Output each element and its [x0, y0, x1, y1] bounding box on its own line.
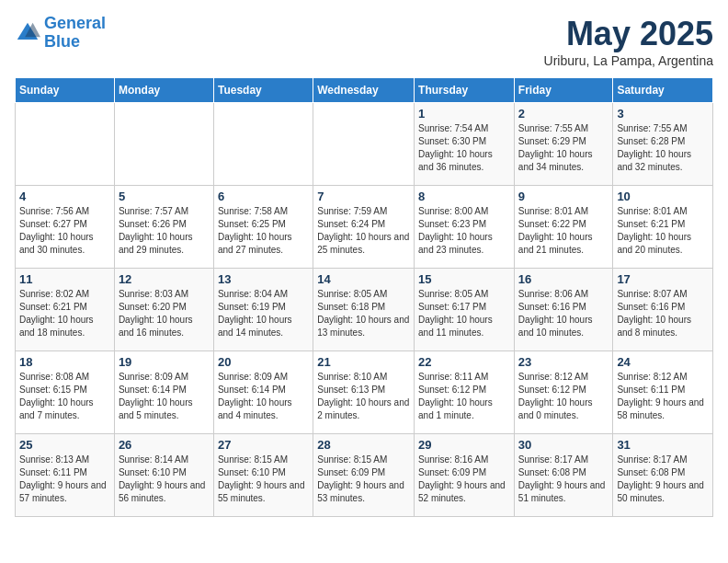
day-info: Sunrise: 8:10 AM Sunset: 6:13 PM Dayligh…	[317, 371, 410, 422]
location-subtitle: Uriburu, La Pampa, Argentina	[544, 53, 713, 68]
day-number: 12	[119, 272, 210, 286]
day-number: 4	[19, 190, 110, 203]
day-number: 17	[617, 272, 709, 286]
day-info: Sunrise: 8:07 AM Sunset: 6:16 PM Dayligh…	[617, 288, 709, 339]
logo-line1: General	[44, 14, 106, 32]
weekday-header-wednesday: Wednesday	[313, 78, 415, 103]
day-info: Sunrise: 8:13 AM Sunset: 6:11 PM Dayligh…	[19, 454, 110, 505]
day-cell: 3Sunrise: 7:55 AM Sunset: 6:28 PM Daylig…	[613, 103, 713, 186]
day-cell	[114, 103, 213, 186]
day-number: 25	[19, 438, 110, 452]
day-cell: 16Sunrise: 8:06 AM Sunset: 6:16 PM Dayli…	[514, 269, 613, 351]
weekday-header-thursday: Thursday	[415, 78, 515, 103]
day-info: Sunrise: 8:15 AM Sunset: 6:09 PM Dayligh…	[317, 454, 410, 505]
day-cell: 24Sunrise: 8:12 AM Sunset: 6:11 PM Dayli…	[613, 351, 713, 434]
day-cell: 8Sunrise: 8:00 AM Sunset: 6:23 PM Daylig…	[415, 186, 515, 269]
month-title: May 2025	[544, 15, 713, 53]
day-cell: 28Sunrise: 8:15 AM Sunset: 6:09 PM Dayli…	[313, 434, 415, 517]
day-number: 2	[518, 107, 609, 121]
logo: General Blue	[15, 15, 106, 52]
day-info: Sunrise: 8:01 AM Sunset: 6:22 PM Dayligh…	[518, 205, 609, 257]
day-number: 7	[317, 190, 410, 203]
day-info: Sunrise: 8:02 AM Sunset: 6:21 PM Dayligh…	[19, 288, 110, 339]
day-number: 28	[317, 438, 410, 452]
day-cell: 15Sunrise: 8:05 AM Sunset: 6:17 PM Dayli…	[415, 269, 515, 351]
day-number: 16	[518, 272, 609, 286]
day-info: Sunrise: 8:08 AM Sunset: 6:15 PM Dayligh…	[19, 371, 110, 422]
day-cell: 14Sunrise: 8:05 AM Sunset: 6:18 PM Dayli…	[313, 269, 415, 351]
day-number: 11	[19, 272, 110, 286]
title-block: May 2025 Uriburu, La Pampa, Argentina	[544, 15, 713, 68]
day-cell: 20Sunrise: 8:09 AM Sunset: 6:14 PM Dayli…	[213, 351, 313, 434]
day-number: 20	[218, 355, 309, 369]
day-info: Sunrise: 7:55 AM Sunset: 6:29 PM Dayligh…	[518, 122, 609, 174]
day-info: Sunrise: 8:01 AM Sunset: 6:21 PM Dayligh…	[617, 205, 709, 257]
day-info: Sunrise: 8:14 AM Sunset: 6:10 PM Dayligh…	[119, 454, 210, 505]
day-number: 5	[119, 190, 210, 203]
day-info: Sunrise: 8:12 AM Sunset: 6:11 PM Dayligh…	[617, 371, 709, 422]
day-info: Sunrise: 8:11 AM Sunset: 6:12 PM Dayligh…	[418, 371, 510, 422]
day-cell: 12Sunrise: 8:03 AM Sunset: 6:20 PM Dayli…	[114, 269, 213, 351]
day-info: Sunrise: 7:54 AM Sunset: 6:30 PM Dayligh…	[418, 122, 510, 174]
day-info: Sunrise: 7:59 AM Sunset: 6:24 PM Dayligh…	[317, 205, 410, 257]
weekday-header-tuesday: Tuesday	[213, 78, 313, 103]
day-number: 14	[317, 272, 410, 286]
day-cell: 7Sunrise: 7:59 AM Sunset: 6:24 PM Daylig…	[313, 186, 415, 269]
day-cell: 26Sunrise: 8:14 AM Sunset: 6:10 PM Dayli…	[114, 434, 213, 517]
day-info: Sunrise: 8:09 AM Sunset: 6:14 PM Dayligh…	[218, 371, 309, 422]
day-info: Sunrise: 8:00 AM Sunset: 6:23 PM Dayligh…	[418, 205, 510, 257]
day-number: 9	[518, 190, 609, 203]
day-cell: 6Sunrise: 7:58 AM Sunset: 6:25 PM Daylig…	[213, 186, 313, 269]
day-info: Sunrise: 7:58 AM Sunset: 6:25 PM Dayligh…	[218, 205, 309, 257]
day-number: 3	[617, 107, 709, 121]
week-row-1: 1Sunrise: 7:54 AM Sunset: 6:30 PM Daylig…	[16, 103, 713, 186]
weekday-header-friday: Friday	[514, 78, 613, 103]
week-row-5: 25Sunrise: 8:13 AM Sunset: 6:11 PM Dayli…	[16, 434, 713, 517]
day-info: Sunrise: 8:06 AM Sunset: 6:16 PM Dayligh…	[518, 288, 609, 339]
day-cell	[16, 103, 115, 186]
week-row-3: 11Sunrise: 8:02 AM Sunset: 6:21 PM Dayli…	[16, 269, 713, 351]
day-info: Sunrise: 8:05 AM Sunset: 6:18 PM Dayligh…	[317, 288, 410, 339]
day-number: 10	[617, 190, 709, 203]
day-cell: 27Sunrise: 8:15 AM Sunset: 6:10 PM Dayli…	[213, 434, 313, 517]
day-info: Sunrise: 8:04 AM Sunset: 6:19 PM Dayligh…	[218, 288, 309, 339]
logo-icon	[15, 20, 40, 46]
day-cell: 4Sunrise: 7:56 AM Sunset: 6:27 PM Daylig…	[16, 186, 115, 269]
day-number: 1	[418, 107, 510, 121]
day-cell	[213, 103, 313, 186]
day-info: Sunrise: 8:16 AM Sunset: 6:09 PM Dayligh…	[418, 454, 510, 505]
day-number: 31	[617, 438, 709, 452]
day-info: Sunrise: 7:56 AM Sunset: 6:27 PM Dayligh…	[19, 205, 110, 257]
day-cell: 11Sunrise: 8:02 AM Sunset: 6:21 PM Dayli…	[16, 269, 115, 351]
day-info: Sunrise: 8:17 AM Sunset: 6:08 PM Dayligh…	[518, 454, 609, 505]
calendar-table: SundayMondayTuesdayWednesdayThursdayFrid…	[15, 77, 713, 517]
day-number: 27	[218, 438, 309, 452]
day-cell: 1Sunrise: 7:54 AM Sunset: 6:30 PM Daylig…	[415, 103, 515, 186]
day-number: 26	[119, 438, 210, 452]
day-number: 19	[119, 355, 210, 369]
day-number: 18	[19, 355, 110, 369]
day-number: 15	[418, 272, 510, 286]
day-number: 6	[218, 190, 309, 203]
day-cell: 13Sunrise: 8:04 AM Sunset: 6:19 PM Dayli…	[213, 269, 313, 351]
day-cell: 9Sunrise: 8:01 AM Sunset: 6:22 PM Daylig…	[514, 186, 613, 269]
day-cell: 22Sunrise: 8:11 AM Sunset: 6:12 PM Dayli…	[415, 351, 515, 434]
day-cell: 18Sunrise: 8:08 AM Sunset: 6:15 PM Dayli…	[16, 351, 115, 434]
weekday-header-monday: Monday	[114, 78, 213, 103]
day-info: Sunrise: 8:05 AM Sunset: 6:17 PM Dayligh…	[418, 288, 510, 339]
day-cell: 30Sunrise: 8:17 AM Sunset: 6:08 PM Dayli…	[514, 434, 613, 517]
logo-line2: Blue	[44, 32, 80, 51]
week-row-4: 18Sunrise: 8:08 AM Sunset: 6:15 PM Dayli…	[16, 351, 713, 434]
day-number: 29	[418, 438, 510, 452]
day-info: Sunrise: 8:17 AM Sunset: 6:08 PM Dayligh…	[617, 454, 709, 505]
day-cell: 25Sunrise: 8:13 AM Sunset: 6:11 PM Dayli…	[16, 434, 115, 517]
day-number: 24	[617, 355, 709, 369]
page-header: General Blue May 2025 Uriburu, La Pampa,…	[15, 15, 713, 68]
day-info: Sunrise: 8:12 AM Sunset: 6:12 PM Dayligh…	[518, 371, 609, 422]
day-info: Sunrise: 8:15 AM Sunset: 6:10 PM Dayligh…	[218, 454, 309, 505]
day-cell: 17Sunrise: 8:07 AM Sunset: 6:16 PM Dayli…	[613, 269, 713, 351]
weekday-header-row: SundayMondayTuesdayWednesdayThursdayFrid…	[16, 78, 713, 103]
day-number: 21	[317, 355, 410, 369]
day-cell: 29Sunrise: 8:16 AM Sunset: 6:09 PM Dayli…	[415, 434, 515, 517]
day-number: 8	[418, 190, 510, 203]
